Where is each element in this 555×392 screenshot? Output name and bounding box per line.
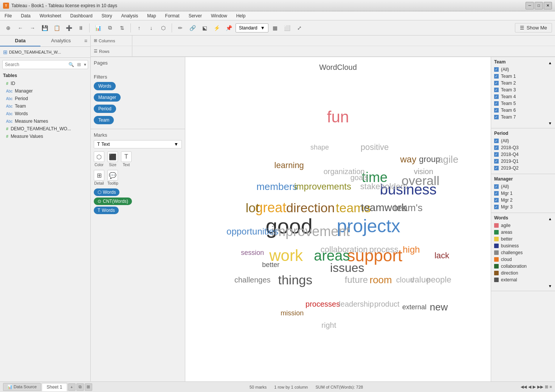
filter-words[interactable]: Words: [94, 82, 116, 90]
legend-word-challenges[interactable]: challenges: [494, 249, 552, 256]
menu-map[interactable]: Map: [146, 12, 157, 19]
back-button[interactable]: ←: [15, 23, 26, 33]
legend-team-5[interactable]: ✓ Team 5: [494, 100, 552, 107]
legend-team-7[interactable]: ✓ Team 7: [494, 114, 552, 120]
word-processes[interactable]: processes: [305, 300, 340, 309]
word-future[interactable]: future: [345, 275, 368, 285]
team-5-checkbox[interactable]: ✓: [494, 101, 499, 106]
word-learning[interactable]: learning: [274, 161, 304, 170]
period-2018q4-checkbox[interactable]: ✓: [494, 152, 499, 157]
word-process[interactable]: process: [369, 245, 398, 255]
maximize-button[interactable]: □: [535, 2, 543, 9]
word-organization[interactable]: organization: [324, 167, 365, 176]
word-team's[interactable]: team's: [394, 202, 423, 213]
team-3-checkbox[interactable]: ✓: [494, 88, 499, 92]
mark-tooltip-button[interactable]: 💬 Tooltip: [107, 170, 118, 185]
word-product[interactable]: product: [374, 300, 400, 309]
field-words[interactable]: AbcWords: [0, 110, 90, 117]
word-leadership[interactable]: leadership: [339, 300, 374, 309]
legend-team-scroll-up[interactable]: ▲: [548, 61, 552, 65]
team-1-checkbox[interactable]: ✓: [494, 74, 499, 79]
list-view-icon[interactable]: ≡: [550, 384, 552, 389]
word-improvement[interactable]: improvement: [271, 224, 350, 239]
word-new[interactable]: new: [430, 301, 448, 313]
duplicate-sheet-button[interactable]: ⧉: [76, 383, 84, 391]
filter-team[interactable]: Team: [94, 116, 114, 124]
legend-mgr-all[interactable]: ✓ (All): [494, 183, 552, 190]
legend-word-cloud[interactable]: cloud: [494, 256, 552, 263]
menu-server[interactable]: Server: [187, 12, 203, 19]
period-all-checkbox[interactable]: ✓: [494, 139, 499, 143]
field-manager[interactable]: AbcManager: [0, 87, 90, 95]
word-stakeholders[interactable]: stakeholders: [360, 182, 408, 191]
legend-word-business[interactable]: business: [494, 242, 552, 249]
grid-icon[interactable]: ⊞: [76, 60, 82, 69]
grid-view-icon[interactable]: ⊞: [545, 384, 548, 389]
new-dashboard-button[interactable]: ⊞: [85, 383, 92, 391]
word-things[interactable]: things: [278, 273, 313, 287]
mgr-3-checkbox[interactable]: ✓: [494, 205, 499, 209]
menu-data[interactable]: Data: [19, 12, 32, 19]
marks-type-dropdown[interactable]: T Text ▼: [94, 140, 182, 148]
period-2019q2-checkbox[interactable]: ✓: [494, 166, 499, 170]
legend-word-collaboration[interactable]: collaboration: [494, 263, 552, 270]
pen-button[interactable]: ✏: [175, 23, 186, 33]
legend-period-2019q2[interactable]: ✓ 2019-Q2: [494, 165, 552, 171]
menu-help[interactable]: Help: [235, 12, 247, 19]
legend-team-6[interactable]: ✓ Team 6: [494, 107, 552, 114]
word-vision[interactable]: vision: [414, 167, 433, 176]
word-people[interactable]: people: [426, 275, 451, 285]
link-button[interactable]: 🔗: [187, 23, 198, 33]
marks-chip-words-text[interactable]: T Words: [94, 207, 119, 214]
word-right[interactable]: right: [321, 321, 336, 330]
legend-word-better[interactable]: better: [494, 236, 552, 242]
marks-chip-cnt-words[interactable]: ⊙ CNT(Words): [94, 198, 132, 205]
prev-page-icon[interactable]: ◀◀: [521, 384, 527, 389]
mgr-2-checkbox[interactable]: ✓: [494, 198, 499, 202]
pause-button[interactable]: ⏸: [76, 23, 86, 33]
new-sheet-button[interactable]: +: [68, 383, 76, 391]
team-all-checkbox[interactable]: ✓: [494, 67, 499, 72]
filter-button[interactable]: ⚡: [211, 23, 222, 33]
bar-chart-button[interactable]: ▦: [270, 23, 281, 33]
add-datasource-button[interactable]: ➕: [64, 23, 74, 33]
legend-period-2019q1[interactable]: ✓ 2019-Q1: [494, 158, 552, 165]
period-2019q1-checkbox[interactable]: ✓: [494, 159, 499, 164]
legend-word-agile[interactable]: agile: [494, 222, 552, 229]
legend-mgr-2[interactable]: ✓ Mgr 2: [494, 197, 552, 204]
mark-detail-button[interactable]: ⊞ Detail: [94, 170, 104, 185]
filter-manager[interactable]: Manager: [94, 93, 121, 102]
word-group[interactable]: group: [419, 154, 440, 164]
next-icon[interactable]: ▶: [533, 384, 536, 389]
mark-size-button[interactable]: ⬛ Size: [107, 151, 118, 167]
tab-analytics[interactable]: Analytics: [40, 35, 81, 46]
legend-mgr-3[interactable]: ✓ Mgr 3: [494, 204, 552, 210]
word-lack[interactable]: lack: [434, 251, 449, 261]
legend-word-direction[interactable]: direction: [494, 270, 552, 276]
menu-story[interactable]: Story: [100, 12, 114, 19]
tooltip-button[interactable]: ⬕: [199, 23, 210, 33]
team-6-checkbox[interactable]: ✓: [494, 108, 499, 113]
word-challenges[interactable]: challenges: [234, 276, 271, 284]
word-better[interactable]: better: [262, 261, 279, 269]
legend-team-all[interactable]: ✓ (All): [494, 66, 552, 73]
legend-mgr-1[interactable]: ✓ Mgr 1: [494, 190, 552, 197]
next-page-icon[interactable]: ▶▶: [537, 384, 543, 389]
chart-button[interactable]: 📊: [93, 23, 103, 33]
legend-team-1[interactable]: ✓ Team 1: [494, 73, 552, 80]
word-shape[interactable]: shape: [310, 143, 329, 151]
mgr-1-checkbox[interactable]: ✓: [494, 191, 499, 196]
legend-word-areas[interactable]: areas: [494, 229, 552, 236]
word-great[interactable]: great: [255, 200, 286, 216]
word-opportunities[interactable]: opportunities: [226, 226, 278, 237]
list-icon[interactable]: ▾: [82, 60, 88, 69]
field-team[interactable]: AbcTeam: [0, 102, 90, 110]
word-issues[interactable]: issues: [330, 261, 364, 275]
sheet1-tab[interactable]: Sheet 1: [42, 383, 67, 391]
field-measure-values[interactable]: #Measure Values: [0, 133, 90, 140]
legend-words-scroll-up[interactable]: ▲: [548, 217, 552, 221]
data-source[interactable]: ⊞ DEMO_TEAMHEALTH_W...: [0, 47, 90, 58]
word-agile[interactable]: agile: [437, 153, 458, 165]
legend-period-2018q4[interactable]: ✓ 2018-Q4: [494, 151, 552, 158]
save-button[interactable]: 💾: [39, 23, 50, 33]
